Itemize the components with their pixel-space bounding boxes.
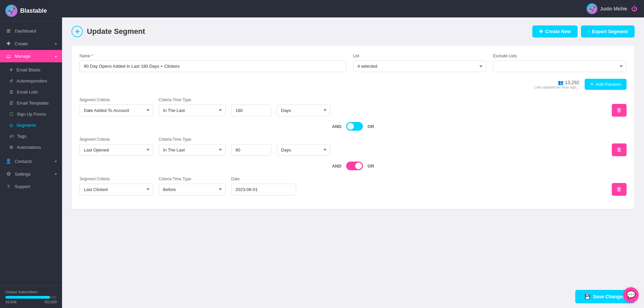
period-select-2[interactable]: Days Weeks Months — [277, 144, 330, 156]
progress-bar-fill — [5, 296, 50, 299]
segment-criteria-select-2[interactable]: Last Opened Date Added To Account Last C… — [79, 144, 153, 156]
sidebar-bottom: Unique Subscribers 43,646 /50,000 — [0, 286, 62, 308]
and-label-2: AND — [332, 164, 341, 169]
number-group-2 — [231, 144, 271, 156]
sign-up-forms-icon: ☐ — [9, 112, 13, 117]
sidebar-sub-label: Email Lists — [17, 89, 38, 95]
logic-toggle-2[interactable] — [346, 162, 363, 170]
number-input-2[interactable] — [231, 144, 271, 156]
period-select-1[interactable]: Days Weeks Months — [277, 105, 330, 116]
delete-criteria-1-button[interactable]: 🗑 — [612, 104, 627, 117]
segment-criteria-select-3[interactable]: Last Clicked Date Added To Account Last … — [79, 184, 153, 195]
period-group-2: Days Weeks Months — [277, 144, 330, 156]
manage-subnav: ✈ Email Blasts ↺ Autoresponders ☰ Email … — [0, 62, 62, 155]
number-input-1[interactable] — [231, 105, 271, 116]
settings-icon: ⚙ — [5, 171, 11, 177]
sidebar-item-email-lists[interactable]: ☰ Email Lists — [0, 86, 62, 98]
name-input[interactable] — [79, 60, 346, 72]
time-type-group-1: In The Last Before After — [159, 105, 226, 116]
segment-icon: ✚ — [71, 26, 83, 37]
time-type-label-2: Criteria Time Type — [159, 136, 226, 142]
list-label: List — [353, 54, 487, 58]
sidebar-item-automations[interactable]: ⚙ Automations — [0, 142, 62, 153]
sidebar-sub-label: Segments — [16, 123, 36, 128]
header-buttons: ✚ Create New ↑ Export Segment — [532, 25, 635, 38]
logo-text: Blastable — [20, 7, 47, 14]
sidebar: 🚀 Blastable ⊞ Dashboard ✚ Create ▾ 🗂 Man… — [0, 0, 62, 308]
sidebar-sub-label: Autoresponders — [16, 78, 47, 83]
exclude-lists-select[interactable] — [493, 60, 627, 72]
time-type-select-1[interactable]: In The Last Before After — [159, 105, 226, 116]
criteria-block-2: Segment Criteria Criteria Time Type Last… — [79, 136, 627, 156]
segments-icon: ◎ — [9, 123, 13, 128]
time-type-label-3: Criteria Time Type — [159, 176, 226, 182]
username: Justin Michie — [600, 6, 627, 11]
email-blasts-icon: ✈ — [9, 67, 13, 72]
plus-icon: ✚ — [539, 29, 543, 34]
trash-icon: 🗑 — [616, 147, 622, 152]
random-icon: ✕ — [590, 82, 594, 87]
criteria-row-1: Date Added To Account Last Opened Last C… — [79, 104, 627, 117]
sidebar-item-segments[interactable]: ◎ Segments — [0, 120, 62, 131]
create-icon: ✚ — [5, 41, 11, 47]
logo-icon: 🚀 — [5, 5, 17, 17]
segment-criteria-group-1: Date Added To Account Last Opened Last C… — [79, 105, 153, 116]
topbar: 🚀 Justin Michie ⏻ — [62, 0, 644, 17]
date-input-3[interactable] — [231, 184, 296, 195]
sidebar-item-contacts[interactable]: 👤 Contacts ▾ — [0, 155, 62, 168]
trash-icon: 🗑 — [616, 186, 622, 192]
contacts-icon: 👤 — [5, 158, 11, 164]
dashboard-icon: ⊞ — [5, 28, 11, 34]
form-card: Name * List 4 selected Exclude Lists — [71, 46, 635, 209]
tags-icon: 🏷 — [9, 134, 14, 139]
delete-criteria-2-button[interactable]: 🗑 — [612, 143, 627, 156]
subscriber-area: 👥 13,292 Last updated an hour ago... ✕ A… — [79, 79, 627, 90]
sidebar-sub-label: Tags — [17, 134, 26, 139]
subscriber-count: 👥 13,292 Last updated an hour ago... — [534, 80, 580, 89]
segment-criteria-label-2: Segment Criteria — [79, 136, 153, 142]
main-content: ✚ Update Segment ✚ Create New ↑ Export S… — [62, 17, 644, 308]
sidebar-item-email-blasts[interactable]: ✈ Email Blasts — [0, 64, 62, 75]
avatar: 🚀 — [587, 3, 597, 14]
sidebar-item-email-templates[interactable]: ☰ Email Templates — [0, 98, 62, 109]
page-title-area: ✚ Update Segment — [71, 26, 145, 37]
add-random-button[interactable]: ✕ Add Random — [585, 79, 627, 90]
sidebar-item-tags[interactable]: 🏷 Tags — [0, 131, 62, 142]
sidebar-item-manage[interactable]: 🗂 Manage ▴ — [0, 50, 62, 62]
sidebar-item-settings[interactable]: ⚙ Settings ▾ — [0, 168, 62, 180]
exclude-lists-group: Exclude Lists — [493, 54, 627, 72]
create-new-button[interactable]: ✚ Create New — [532, 25, 577, 38]
list-select[interactable]: 4 selected — [353, 60, 487, 72]
sidebar-item-label: Create — [15, 41, 28, 46]
sidebar-item-autoresponders[interactable]: ↺ Autoresponders — [0, 75, 62, 86]
segment-criteria-select-1[interactable]: Date Added To Account Last Opened Last C… — [79, 105, 153, 116]
logic-toggle-1[interactable] — [346, 122, 363, 131]
name-group: Name * — [79, 54, 346, 72]
chevron-up-icon: ▴ — [55, 54, 57, 58]
email-lists-icon: ☰ — [9, 89, 13, 95]
progress-bar-bg — [5, 296, 57, 299]
page-title: Update Segment — [87, 27, 145, 36]
subscriber-updated: Last updated an hour ago... — [534, 85, 580, 89]
sidebar-item-support[interactable]: ? Support — [0, 180, 62, 193]
chat-bubble[interactable]: 💬 — [623, 287, 639, 303]
logic-row-1: AND OR — [79, 122, 627, 131]
delete-criteria-3-button[interactable]: 🗑 — [612, 183, 627, 196]
power-button[interactable]: ⏻ — [631, 5, 637, 12]
time-type-select-2[interactable]: In The Last Before After — [159, 144, 226, 156]
criteria-block-1: Segment Criteria Criteria Time Type Date… — [79, 97, 627, 117]
export-segment-button[interactable]: ↑ Export Segment — [581, 25, 635, 38]
time-type-select-3[interactable]: Before In The Last After — [159, 184, 226, 195]
sidebar-item-create[interactable]: ✚ Create ▾ — [0, 37, 62, 50]
sidebar-item-label: Contacts — [15, 159, 32, 164]
time-type-group-2: In The Last Before After — [159, 144, 226, 156]
period-group-1: Days Weeks Months — [277, 105, 330, 116]
toggle-knob-2 — [355, 163, 362, 169]
number-group-1 — [231, 105, 271, 116]
autoresponders-icon: ↺ — [9, 78, 13, 83]
sidebar-item-dashboard[interactable]: ⊞ Dashboard — [0, 24, 62, 37]
sidebar-item-sign-up-forms[interactable]: ☐ Sign Up Forms — [0, 109, 62, 120]
segment-criteria-label-3: Segment Criteria — [79, 176, 153, 182]
time-type-group-3: Before In The Last After — [159, 184, 226, 195]
subscriber-number: 👥 13,292 — [534, 80, 580, 85]
